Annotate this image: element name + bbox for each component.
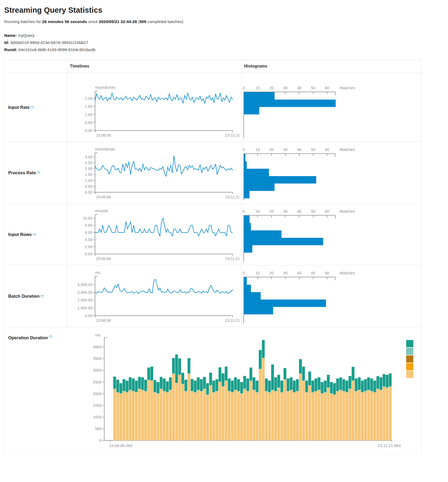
query-meta: Name: myQuery Id: 9d0dd219-995d-423e-b97…: [4, 33, 421, 52]
svg-text:0.00: 0.00: [85, 252, 92, 256]
svg-text:2.00: 2.00: [85, 167, 92, 171]
svg-text:60: 60: [325, 86, 329, 90]
legend-swatch-3: [406, 363, 413, 370]
running-prefix: Running batches for: [4, 19, 42, 24]
svg-text:3.00: 3.00: [85, 155, 92, 159]
timeline-chart: records/sec2.001.501.000.500.0023:06:062…: [67, 84, 241, 142]
svg-text:20: 20: [269, 271, 274, 275]
svg-text:23:06:06: 23:06:06: [96, 257, 111, 261]
svg-text:4.00: 4.00: [85, 238, 92, 242]
timeline-chart: ms4,000.003,000.002,000.001,000.000.0023…: [67, 269, 241, 327]
svg-text:10: 10: [255, 148, 260, 152]
running-duration: 26 minutes 56 seconds: [42, 19, 87, 24]
svg-text:3000: 3000: [93, 368, 102, 372]
svg-text:0.00: 0.00: [85, 128, 92, 133]
svg-text:30: 30: [283, 209, 287, 213]
svg-text:40: 40: [297, 271, 301, 275]
svg-text:ms: ms: [95, 270, 100, 275]
svg-text:records/sec: records/sec: [95, 85, 116, 90]
query-id-line: Id: 9d0dd219-995d-423e-b97d-36931110bb27: [4, 40, 421, 45]
metric-label: Input Rows: [8, 232, 32, 237]
svg-text:2.00: 2.00: [85, 245, 92, 249]
svg-text:10.00: 10.00: [83, 216, 92, 220]
svg-text:#batches: #batches: [340, 148, 355, 152]
metric-label-cell: Process Rate(?): [4, 142, 67, 203]
histogram-chart: 0102030405060#batches: [241, 269, 421, 327]
svg-text:50: 50: [311, 209, 315, 213]
help-icon[interactable]: (?): [37, 171, 40, 174]
svg-text:40: 40: [297, 86, 301, 90]
legend-swatch-2: [406, 355, 413, 363]
metric-label-cell: Batch Duration(?): [4, 265, 67, 327]
svg-text:60: 60: [325, 209, 329, 213]
help-icon[interactable]: (?): [40, 294, 44, 298]
svg-text:1.50: 1.50: [85, 104, 92, 109]
svg-text:3500: 3500: [93, 356, 102, 361]
metric-label: Operation Duration: [8, 335, 48, 340]
svg-text:0: 0: [99, 438, 102, 443]
timeline-chart: records10.008.006.004.002.000.0023:06:06…: [67, 207, 241, 265]
svg-text:2000: 2000: [93, 391, 102, 396]
query-runid-line: RunId: 04e101e6-8bf8-4165-9099-9104c951b…: [4, 47, 421, 52]
operation-duration-legend: [406, 340, 413, 378]
svg-text:1.50: 1.50: [85, 172, 92, 177]
svg-text:30: 30: [283, 148, 287, 152]
svg-text:4000: 4000: [93, 345, 102, 349]
svg-text:40: 40: [297, 209, 301, 213]
histogram-chart: 0102030405060#batches: [241, 146, 421, 203]
svg-text:30: 30: [283, 271, 287, 275]
runid-value: 04e101e6-8bf8-4165-9099-9104c951ba3b: [18, 47, 95, 52]
help-icon[interactable]: (?): [30, 106, 34, 109]
operation-duration-chart: ms4000350030002500200015001000500023:06:…: [4, 329, 421, 453]
column-header-histograms: Histograms: [241, 60, 421, 73]
svg-text:1000: 1000: [93, 415, 102, 419]
legend-swatch-1: [406, 348, 413, 355]
svg-text:23:06:06: 23:06:06: [96, 133, 111, 137]
svg-text:10: 10: [255, 271, 260, 275]
help-icon[interactable]: (?): [33, 233, 36, 236]
timeline-cell: records/sec3.002.502.001.501.000.500.002…: [67, 142, 241, 203]
svg-text:20: 20: [269, 209, 274, 213]
svg-text:20: 20: [269, 86, 274, 90]
svg-text:0: 0: [243, 86, 245, 90]
query-name-line: Name: myQuery: [4, 33, 421, 38]
svg-text:23:11:21: 23:11:21: [225, 318, 240, 323]
histogram-chart: 0102030405060#batches: [241, 207, 421, 265]
legend-swatch-4: [406, 371, 413, 378]
help-icon[interactable]: (?): [49, 335, 52, 338]
svg-text:0: 0: [243, 209, 245, 213]
svg-text:2.50: 2.50: [85, 161, 92, 165]
streaming-query-statistics-page: Streaming Query Statistics Running batch…: [0, 0, 421, 455]
histogram-cell: 0102030405060#batches: [241, 142, 421, 203]
timeline-cell: records10.008.006.004.002.000.0023:06:06…: [67, 204, 241, 265]
svg-text:50: 50: [311, 148, 315, 152]
svg-text:23:11:21: 23:11:21: [225, 195, 240, 199]
svg-text:20: 20: [269, 148, 274, 152]
completed-suffix: completed batches): [146, 19, 183, 24]
metric-label-cell: Input Rows(?): [4, 204, 67, 265]
svg-text:#batches: #batches: [340, 86, 355, 90]
id-label: Id:: [4, 40, 9, 45]
name-label: Name:: [4, 33, 17, 38]
histogram-cell: 0102030405060#batches: [241, 204, 421, 265]
svg-text:4,000.00: 4,000.00: [78, 283, 92, 287]
svg-text:50: 50: [311, 271, 315, 275]
svg-text:30: 30: [283, 86, 287, 90]
svg-text:60: 60: [325, 271, 329, 275]
metric-label-cell: Input Rate(?): [4, 73, 67, 142]
metric-row: Process Rate(?) records/sec3.002.502.001…: [4, 142, 421, 204]
id-value: 9d0dd219-995d-423e-b97d-36931110bb27: [10, 40, 88, 45]
since-text: since: [87, 19, 99, 24]
timeline-chart: records/sec3.002.502.001.501.000.500.002…: [67, 146, 241, 203]
svg-text:60: 60: [325, 148, 329, 152]
svg-text:500: 500: [95, 426, 102, 431]
svg-text:records: records: [95, 208, 108, 213]
svg-text:23:11:21: 23:11:21: [225, 133, 240, 137]
svg-text:40: 40: [297, 148, 301, 152]
svg-text:0.50: 0.50: [85, 120, 92, 125]
svg-text:0.50: 0.50: [85, 184, 92, 189]
svg-text:3,000.00: 3,000.00: [78, 290, 92, 294]
column-header-timelines: Timelines: [67, 60, 241, 73]
svg-text:23:06:06: 23:06:06: [96, 318, 111, 323]
svg-text:0.00: 0.00: [85, 190, 92, 194]
